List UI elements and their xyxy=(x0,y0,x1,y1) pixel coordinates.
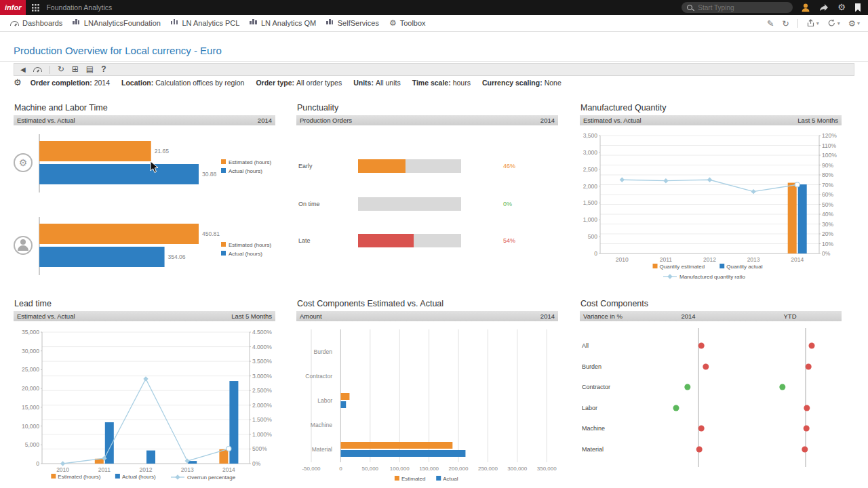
refresh-icon[interactable]: ↻ xyxy=(782,18,789,28)
column-ytd: YTD xyxy=(773,312,807,320)
svg-text:Material: Material xyxy=(312,446,332,453)
svg-text:Early: Early xyxy=(298,163,313,169)
filter-label: Location: xyxy=(121,79,153,87)
panel-title: Lead time xyxy=(14,299,275,311)
svg-text:⚙: ⚙ xyxy=(19,157,28,168)
menubar-actions: ✎ ↻ ▾ ▾ ⚙ ▾ xyxy=(767,18,860,28)
chart-icon xyxy=(73,21,75,24)
sync-menu[interactable]: ▾ xyxy=(827,19,840,27)
svg-text:Contractor: Contractor xyxy=(582,384,610,390)
filter-value: Calculation offices by region xyxy=(155,79,244,87)
svg-text:Labor: Labor xyxy=(317,397,332,404)
svg-text:Quantity actual: Quantity actual xyxy=(726,264,763,270)
settings-icon[interactable]: ⚙ xyxy=(837,0,846,15)
svg-text:0%: 0% xyxy=(822,250,831,257)
panel-header-right: 2014 xyxy=(540,117,555,124)
filter-location[interactable]: Location:Calculation offices by region xyxy=(121,79,244,87)
svg-text:2011: 2011 xyxy=(660,256,673,263)
svg-text:200,000: 200,000 xyxy=(449,466,469,472)
bookmark-icon[interactable] xyxy=(854,3,861,12)
chevron-down-icon: ▾ xyxy=(857,20,860,26)
svg-text:2.500%: 2.500% xyxy=(252,387,272,394)
filter-label: Order type: xyxy=(256,79,294,87)
help-icon[interactable]: ? xyxy=(101,64,106,75)
svg-text:46%: 46% xyxy=(503,163,515,169)
edit-icon[interactable]: ✎ xyxy=(767,18,774,28)
svg-text:60%: 60% xyxy=(822,191,833,198)
filter-units[interactable]: Units:All units xyxy=(353,79,401,87)
filter-order-type[interactable]: Order type:All order types xyxy=(256,79,342,87)
filter-order-completion[interactable]: Order completion:2014 xyxy=(31,79,110,87)
search-box[interactable] xyxy=(682,2,793,13)
svg-text:Labor: Labor xyxy=(582,405,597,411)
filter-time-scale[interactable]: Time scale:hours xyxy=(412,79,471,87)
svg-text:2,500: 2,500 xyxy=(583,166,598,173)
refresh-icon[interactable]: ↻ xyxy=(58,64,64,75)
settings-menu[interactable]: ⚙ ▾ xyxy=(848,18,860,28)
divider xyxy=(50,66,50,74)
svg-text:500%: 500% xyxy=(252,445,267,452)
panel-header: Estimated vs. Actual 2014 xyxy=(14,115,275,125)
svg-text:1,000: 1,000 xyxy=(583,216,598,223)
tab-toolbox[interactable]: ⚙ Toolbox xyxy=(389,19,426,27)
infor-logo[interactable]: infor xyxy=(0,0,26,15)
panel-cost-components-variance: Cost Components Variance in % 2014 YTD A… xyxy=(580,299,842,484)
export-table-icon[interactable]: ⊞ xyxy=(72,64,79,75)
panel-title: Cost Components xyxy=(580,299,842,311)
filter-settings-icon[interactable]: ⚙ xyxy=(14,77,22,87)
panel-punctuality: Punctuality Production Orders 2014 Early… xyxy=(296,103,558,292)
back-icon[interactable]: ◀ xyxy=(20,64,26,75)
panel-header-right: Last 5 Months xyxy=(231,312,272,320)
svg-text:1.000%: 1.000% xyxy=(252,431,272,438)
panel-header-left: Production Orders xyxy=(300,117,352,124)
dashboard-icon[interactable] xyxy=(33,67,42,72)
tab-dashboards[interactable]: Dashboards xyxy=(10,19,62,27)
svg-text:Actual (hours): Actual (hours) xyxy=(122,474,156,480)
svg-text:0: 0 xyxy=(594,250,597,257)
svg-text:20%: 20% xyxy=(822,230,833,237)
svg-text:50,000: 50,000 xyxy=(362,466,379,472)
tab-selfservices[interactable]: SelfServices xyxy=(326,19,379,27)
chevron-down-icon: ▾ xyxy=(837,20,840,26)
search-input[interactable] xyxy=(696,3,775,12)
filter-label: Order completion: xyxy=(31,79,92,87)
app-menu-icon[interactable] xyxy=(32,4,39,12)
filter-bar: ⚙ Order completion:2014 Location:Calcula… xyxy=(14,77,561,87)
svg-text:54%: 54% xyxy=(503,237,515,244)
svg-text:15,000: 15,000 xyxy=(22,404,39,411)
divider xyxy=(797,19,798,28)
panel-lead-time: Lead time Estimated vs. Actual Last 5 Mo… xyxy=(14,299,275,484)
svg-text:Estimated (hours): Estimated (hours) xyxy=(58,474,100,480)
svg-text:2,000: 2,000 xyxy=(583,183,598,190)
panel-header-left: Variance in % xyxy=(583,312,623,320)
panel-header: Variance in % 2014 YTD xyxy=(580,311,842,321)
panel-header: Amount 2014 xyxy=(296,311,558,321)
svg-text:3,500: 3,500 xyxy=(583,132,598,139)
svg-text:450.81: 450.81 xyxy=(202,230,220,237)
export-menu[interactable]: ▾ xyxy=(806,19,819,27)
tab-ln-analytics-qm[interactable]: LN Analytics QM xyxy=(250,19,316,27)
svg-text:50%: 50% xyxy=(822,201,833,208)
svg-text:100,000: 100,000 xyxy=(390,466,410,472)
punctuality-chart: Early46%On time0%Late54% xyxy=(296,125,558,292)
svg-text:Actual: Actual xyxy=(443,476,458,482)
svg-text:Manufactured quantity ratio: Manufactured quantity ratio xyxy=(679,274,745,280)
panel-header: Estimated vs. Actual Last 5 Months xyxy=(14,311,275,321)
svg-text:3,000: 3,000 xyxy=(583,149,598,156)
filter-currency-scaling[interactable]: Currency scaling:None xyxy=(482,79,561,87)
tab-label: LN Analytics PCL xyxy=(182,19,239,27)
share-icon[interactable] xyxy=(819,3,829,12)
filter-value: All order types xyxy=(296,79,342,87)
panel-header-left: Amount xyxy=(300,312,322,320)
svg-text:1.500%: 1.500% xyxy=(252,416,272,423)
svg-text:-50,000: -50,000 xyxy=(302,466,321,472)
gear-icon: ⚙ xyxy=(389,20,397,26)
tab-ln-analytics-foundation[interactable]: LNAnalyticsFoundation xyxy=(73,19,161,27)
svg-text:110%: 110% xyxy=(822,142,837,149)
svg-text:30,000: 30,000 xyxy=(22,348,39,354)
svg-text:150,000: 150,000 xyxy=(419,466,439,472)
tab-ln-analytics-pcl[interactable]: LN Analytics PCL xyxy=(171,19,239,27)
sync-icon xyxy=(827,19,836,27)
user-icon[interactable] xyxy=(801,3,810,12)
export-grid-icon[interactable]: ▤ xyxy=(86,64,94,75)
